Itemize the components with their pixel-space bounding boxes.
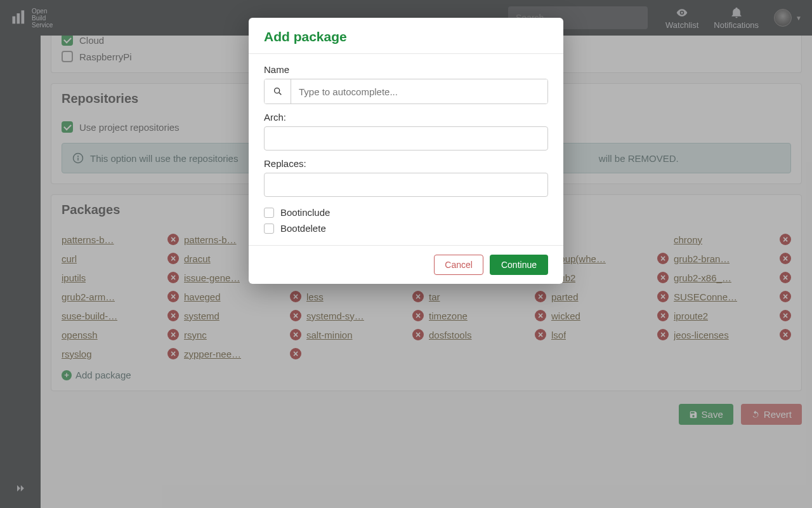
- cancel-button[interactable]: Cancel: [434, 255, 483, 275]
- name-input-group: [264, 79, 548, 104]
- modal-header: Add package: [249, 18, 563, 54]
- checkbox-icon[interactable]: [264, 224, 274, 234]
- bootdelete-row[interactable]: Bootdelete: [264, 223, 548, 234]
- bootdelete-label: Bootdelete: [280, 223, 326, 234]
- search-addon: [265, 79, 291, 104]
- modal-footer: Cancel Continue: [249, 245, 563, 284]
- svg-point-6: [274, 88, 279, 93]
- arch-input[interactable]: [264, 126, 548, 150]
- name-input[interactable]: [291, 79, 547, 104]
- replaces-label: Replaces:: [264, 158, 548, 169]
- replaces-input[interactable]: [264, 173, 548, 197]
- bootinclude-label: Bootinclude: [280, 207, 330, 218]
- search-icon: [273, 86, 283, 97]
- bootinclude-row[interactable]: Bootinclude: [264, 207, 548, 218]
- modal-title: Add package: [264, 29, 548, 44]
- checkbox-icon[interactable]: [264, 208, 274, 218]
- name-label: Name: [264, 64, 548, 75]
- arch-label: Arch:: [264, 112, 548, 123]
- modal-body: Name Arch: Replaces: Bootinclude Bootdel…: [249, 54, 563, 245]
- continue-button[interactable]: Continue: [490, 255, 548, 275]
- add-package-modal: Add package Name Arch: Replaces: Bootinc…: [249, 18, 563, 284]
- svg-line-7: [279, 93, 281, 95]
